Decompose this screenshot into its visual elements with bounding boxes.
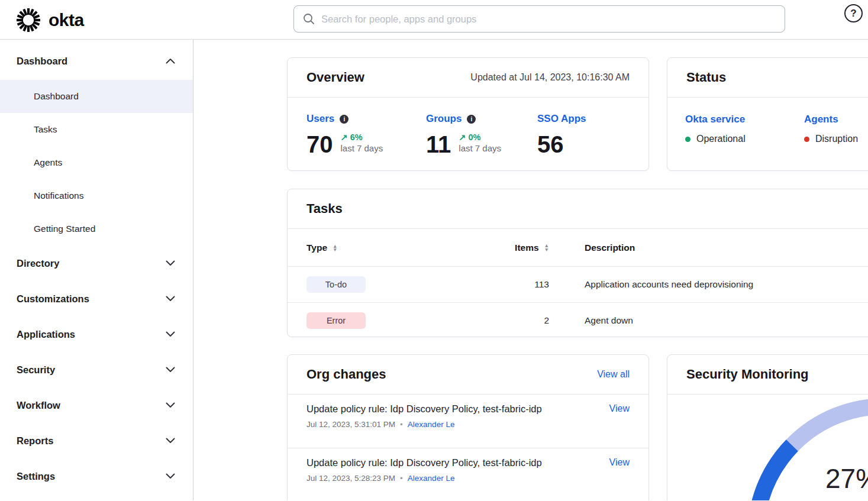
tasks-table-header: Type▲▼ Items▲▼ Description: [288, 229, 868, 266]
tasks-card: Tasks Type▲▼ Items▲▼ Description To-do 1…: [287, 189, 868, 337]
okta-service-link[interactable]: Okta service: [685, 114, 745, 125]
agents-state: Disruption: [815, 134, 858, 144]
users-link[interactable]: Users: [306, 113, 334, 125]
overview-updated-at: Updated at Jul 14, 2023, 10:16:30 AM: [470, 72, 630, 83]
sso-apps-link[interactable]: SSO Apps: [537, 113, 586, 125]
sidebar-item-tasks[interactable]: Tasks: [0, 113, 193, 146]
sidebar-section-security[interactable]: Security: [0, 352, 193, 387]
chevron-up-icon: [166, 58, 175, 64]
sidebar-section-directory[interactable]: Directory: [0, 245, 193, 281]
users-count: 70: [306, 132, 333, 157]
sidebar-section-reports[interactable]: Reports: [0, 423, 193, 458]
sort-icon[interactable]: ▲▼: [544, 244, 549, 251]
topbar: okta ?: [0, 0, 868, 40]
groups-link[interactable]: Groups: [426, 113, 462, 125]
org-change-date: Jul 12, 2023, 5:31:01 PM: [306, 420, 395, 429]
sidebar-section-customizations[interactable]: Customizations: [0, 281, 193, 316]
sidebar-section-dashboard[interactable]: Dashboard: [0, 42, 193, 80]
trend-up-icon: ↗: [341, 132, 348, 142]
sidebar-section-settings[interactable]: Settings: [0, 458, 193, 494]
gauge-percent-label: 27%: [825, 463, 868, 494]
status-okta-service: Okta service Operational: [685, 114, 804, 144]
org-changes-card: Org changes View all Update policy rule:…: [287, 354, 649, 500]
stat-users: Users i 70 ↗ 6% last 7 days: [306, 113, 426, 157]
chevron-down-icon: [166, 331, 175, 337]
list-item: Update policy rule: Idp Discovery Policy…: [288, 448, 648, 500]
chevron-down-icon: [166, 438, 175, 444]
actor-link[interactable]: Alexander Le: [408, 420, 455, 429]
sidebar-item-notifications[interactable]: Notifications: [0, 179, 193, 212]
table-row[interactable]: Error 2 Agent down: [288, 302, 868, 338]
view-all-link[interactable]: View all: [597, 369, 630, 380]
search-input[interactable]: [321, 14, 776, 25]
dot-separator: •: [400, 420, 403, 429]
chevron-down-icon: [166, 473, 175, 479]
status-title: Status: [686, 70, 726, 85]
overview-title: Overview: [306, 70, 364, 85]
status-agents: Agents Disruption: [804, 114, 858, 144]
chevron-down-icon: [166, 260, 175, 266]
overview-card: Overview Updated at Jul 14, 2023, 10:16:…: [287, 57, 649, 171]
list-item: Update policy rule: Idp Discovery Policy…: [288, 395, 648, 448]
sidebar-item-getting-started[interactable]: Getting Started: [0, 212, 193, 245]
sidebar-item-dashboard[interactable]: Dashboard: [0, 80, 193, 113]
todo-badge: To-do: [306, 276, 366, 293]
org-changes-title: Org changes: [306, 367, 386, 382]
org-change-title: Update policy rule: Idp Discovery Policy…: [306, 403, 542, 415]
tasks-title: Tasks: [306, 201, 343, 216]
okta-sunburst-icon: [15, 7, 41, 33]
org-change-date: Jul 12, 2023, 5:28:23 PM: [306, 474, 395, 483]
okta-logo[interactable]: okta: [15, 7, 84, 33]
disruption-dot-icon: [804, 137, 809, 142]
help-icon[interactable]: ?: [844, 4, 863, 22]
info-icon[interactable]: i: [467, 115, 476, 124]
error-badge: Error: [306, 312, 366, 329]
trend-up-icon: ↗: [459, 132, 466, 142]
items-count: 113: [484, 279, 549, 290]
security-monitoring-title: Security Monitoring: [686, 367, 809, 382]
column-header-description: Description: [549, 243, 868, 253]
items-count: 2: [484, 315, 549, 326]
groups-count: 11: [426, 132, 451, 157]
agents-link[interactable]: Agents: [804, 114, 838, 125]
global-search[interactable]: [293, 5, 785, 33]
okta-service-state: Operational: [696, 134, 746, 144]
table-row[interactable]: To-do 113 Application accounts need depr…: [288, 266, 868, 302]
sso-apps-count: 56: [537, 132, 564, 157]
main-content: Overview Updated at Jul 14, 2023, 10:16:…: [193, 40, 868, 500]
view-link[interactable]: View: [609, 403, 630, 414]
chevron-down-icon: [166, 296, 175, 302]
org-change-title: Update policy rule: Idp Discovery Policy…: [306, 457, 542, 468]
actor-link[interactable]: Alexander Le: [408, 474, 455, 483]
chevron-down-icon: [166, 367, 175, 373]
dot-separator: •: [400, 474, 403, 483]
operational-dot-icon: [685, 137, 690, 142]
okta-wordmark: okta: [49, 10, 84, 30]
security-monitoring-card: Security Monitoring 27%: [667, 354, 868, 500]
sidebar-section-applications[interactable]: Applications: [0, 316, 193, 352]
task-description: Agent down: [549, 315, 868, 326]
sidebar-item-agents[interactable]: Agents: [0, 146, 193, 179]
task-description: Application accounts need deprovisioning: [549, 279, 868, 290]
search-icon: [302, 12, 315, 25]
sidebar: Dashboard Dashboard Tasks Agents Notific…: [0, 40, 193, 500]
info-icon[interactable]: i: [340, 115, 349, 124]
view-link[interactable]: View: [609, 457, 630, 468]
sidebar-section-workflow[interactable]: Workflow: [0, 387, 193, 423]
column-header-items[interactable]: Items▲▼: [484, 243, 549, 253]
stat-groups: Groups i 11 ↗ 0% last 7 days: [426, 113, 537, 157]
stat-sso-apps: SSO Apps 56: [537, 113, 586, 157]
column-header-type[interactable]: Type▲▼: [306, 243, 484, 253]
status-card: Status Okta service Operational Agents D…: [667, 57, 868, 171]
chevron-down-icon: [166, 402, 175, 408]
sort-icon[interactable]: ▲▼: [333, 244, 337, 252]
